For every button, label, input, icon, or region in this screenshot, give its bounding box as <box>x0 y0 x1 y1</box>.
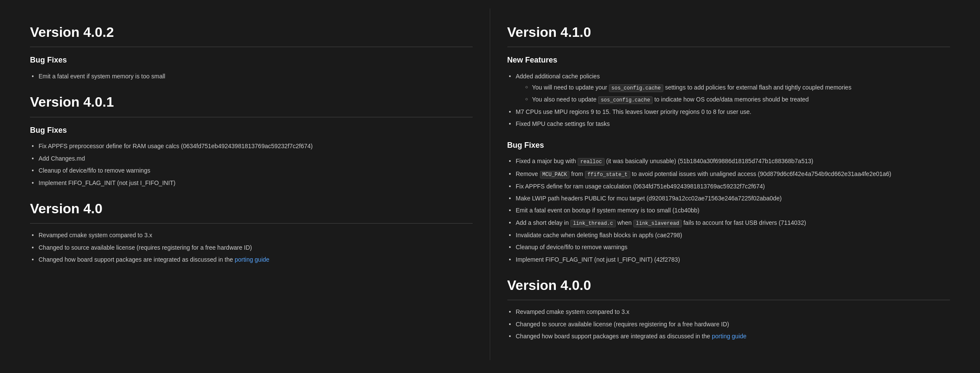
list-item: Add a short delay in link_thread.c when … <box>507 218 950 228</box>
sub-list: You will need to update your sos_config.… <box>516 83 950 104</box>
version-title-402: Version 4.0.2 <box>30 21 473 43</box>
divider-401 <box>30 117 473 117</box>
version-block-410: Version 4.1.0 New Features Added additio… <box>507 21 950 264</box>
list-item: Invalidate cache when deleting flash blo… <box>507 230 950 240</box>
list-item: Changed to source available license (req… <box>507 319 950 329</box>
list-item: You will need to update your sos_config.… <box>524 83 950 93</box>
list-item: Fix APPFS define for ram usage calculati… <box>507 182 950 191</box>
features-list-40: Revamped cmake system compared to 3.x Ch… <box>30 230 473 264</box>
features-list-400: Revamped cmake system compared to 3.x Ch… <box>507 307 950 341</box>
inline-code: realloc <box>578 158 604 166</box>
list-item: Fixed a major bug with realloc (it was b… <box>507 156 950 166</box>
list-item: M7 CPUs use MPU regions 9 to 15. This le… <box>507 107 950 116</box>
version-title-410: Version 4.1.0 <box>507 21 950 43</box>
inline-code: ffifo_state_t <box>585 171 630 179</box>
list-item: Added additional cache policies You will… <box>507 72 950 104</box>
list-item: Implement FIFO_FLAG_INIT (not just I_FIF… <box>30 178 473 188</box>
list-item: Revamped cmake system compared to 3.x <box>30 230 473 240</box>
divider-402 <box>30 47 473 47</box>
version-title-401: Version 4.0.1 <box>30 91 473 113</box>
right-column: Version 4.1.0 New Features Added additio… <box>490 9 963 360</box>
list-item: Changed how board support packages are i… <box>507 331 950 341</box>
new-features-list-410: Added additional cache policies You will… <box>507 72 950 129</box>
inline-code: link_thread.c <box>570 220 616 227</box>
list-item: Fixed MPU cache settings for tasks <box>507 119 950 128</box>
section-title-new-features-410: New Features <box>507 54 950 66</box>
list-item: Fix APPFS preprocessor define for RAM us… <box>30 141 473 151</box>
divider-400 <box>507 300 950 300</box>
bug-fixes-list-401: Fix APPFS preprocessor define for RAM us… <box>30 141 473 188</box>
list-item: Changed to source available license (req… <box>30 243 473 252</box>
version-block-401: Version 4.0.1 Bug Fixes Fix APPFS prepro… <box>30 91 473 188</box>
bug-fixes-list-402: Emit a fatal event if system memory is t… <box>30 72 473 81</box>
list-item: Emit a fatal event if system memory is t… <box>30 72 473 81</box>
section-new-features-410: New Features Added additional cache poli… <box>507 54 950 128</box>
version-title-40: Version 4.0 <box>30 198 473 220</box>
section-title-bug-fixes-401: Bug Fixes <box>30 124 473 137</box>
item-text: Added additional cache policies <box>516 73 600 80</box>
section-bug-fixes-401: Bug Fixes Fix APPFS preprocessor define … <box>30 124 473 188</box>
bug-fixes-list-410: Fixed a major bug with realloc (it was b… <box>507 156 950 264</box>
section-title-bug-fixes-402: Bug Fixes <box>30 54 473 66</box>
page-container: Version 4.0.2 Bug Fixes Emit a fatal eve… <box>0 0 980 369</box>
porting-guide-link-left[interactable]: porting guide <box>235 256 270 263</box>
version-block-400: Version 4.0.0 Revamped cmake system comp… <box>507 275 950 341</box>
left-column: Version 4.0.2 Bug Fixes Emit a fatal eve… <box>17 9 490 360</box>
list-item: Emit a fatal event on bootup if system m… <box>507 206 950 215</box>
list-item: Make LWIP path headers PUBLIC for mcu ta… <box>507 194 950 203</box>
section-features-40: Revamped cmake system compared to 3.x Ch… <box>30 230 473 264</box>
section-features-400: Revamped cmake system compared to 3.x Ch… <box>507 307 950 341</box>
list-item: Implement FIFO_FLAG_INIT (not just I_FIF… <box>507 255 950 264</box>
section-bug-fixes-410: Bug Fixes Fixed a major bug with realloc… <box>507 139 950 265</box>
list-item: Add Changes.md <box>30 154 473 163</box>
section-bug-fixes-402: Bug Fixes Emit a fatal event if system m… <box>30 54 473 81</box>
list-item: Revamped cmake system compared to 3.x <box>507 307 950 316</box>
list-item: You also need to update sos_config.cache… <box>524 95 950 104</box>
list-item: Cleanup of device/fifo to remove warning… <box>30 166 473 175</box>
version-title-400: Version 4.0.0 <box>507 275 950 296</box>
version-block-402: Version 4.0.2 Bug Fixes Emit a fatal eve… <box>30 21 473 81</box>
inline-code: MCU_PACK <box>540 171 570 179</box>
divider-40 <box>30 223 473 224</box>
list-item: Cleanup of device/fifo to remove warning… <box>507 242 950 252</box>
inline-code: sos_config.cache <box>598 96 653 104</box>
divider-410 <box>507 47 950 47</box>
inline-code: link_slaveread <box>633 220 682 227</box>
list-item: Changed how board support packages are i… <box>30 255 473 264</box>
inline-code: sos_config.cache <box>609 84 663 92</box>
version-block-40: Version 4.0 Revamped cmake system compar… <box>30 198 473 264</box>
porting-guide-link-right[interactable]: porting guide <box>712 333 746 340</box>
list-item: Remove MCU_PACK from ffifo_state_t to av… <box>507 169 950 179</box>
section-title-bug-fixes-410: Bug Fixes <box>507 139 950 152</box>
